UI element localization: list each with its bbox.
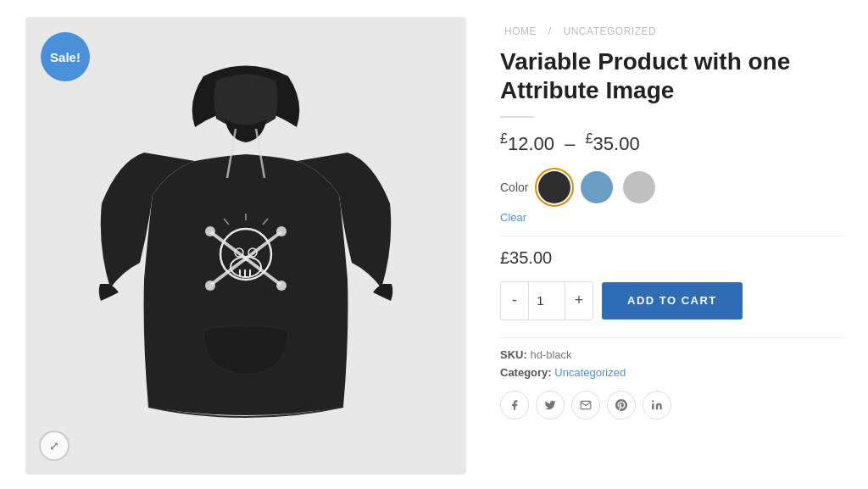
page-wrapper: Sale! bbox=[0, 0, 868, 489]
svg-point-14 bbox=[276, 281, 287, 291]
breadcrumb: HOME / UNCATEGORIZED bbox=[500, 25, 843, 37]
price-currency-min: £ bbox=[500, 131, 508, 146]
color-swatch-black[interactable] bbox=[538, 171, 570, 203]
selected-price-value: £35.00 bbox=[500, 248, 552, 267]
svg-point-13 bbox=[205, 281, 215, 291]
breadcrumb-home[interactable]: HOME bbox=[504, 25, 537, 37]
zoom-icon[interactable]: ⤢ bbox=[39, 431, 70, 461]
product-image-placeholder bbox=[68, 38, 424, 453]
cart-divider bbox=[500, 337, 843, 338]
price-dash: – bbox=[565, 134, 575, 155]
price-min: 12.00 bbox=[508, 134, 554, 155]
product-image-section: Sale! bbox=[25, 17, 466, 475]
quantity-input[interactable] bbox=[528, 282, 565, 320]
product-details: HOME / UNCATEGORIZED Variable Product wi… bbox=[500, 17, 843, 420]
twitter-icon[interactable] bbox=[536, 391, 565, 420]
add-to-cart-button[interactable]: ADD TO CART bbox=[602, 282, 743, 320]
selected-price: £35.00 bbox=[500, 248, 843, 268]
sku-value: hd-black bbox=[530, 348, 571, 361]
sale-badge: Sale! bbox=[41, 32, 90, 81]
price-range: £12.00 – £35.00 bbox=[500, 131, 843, 155]
quantity-plus-button[interactable]: + bbox=[565, 282, 593, 320]
linkedin-icon[interactable] bbox=[643, 391, 671, 420]
svg-point-11 bbox=[205, 226, 215, 236]
add-to-cart-row: - + ADD TO CART bbox=[500, 281, 843, 320]
sku-label: SKU: bbox=[500, 348, 527, 361]
meta-category: Category: Uncategorized bbox=[500, 366, 843, 379]
quantity-control: - + bbox=[500, 281, 593, 320]
meta-sku: SKU: hd-black bbox=[500, 348, 843, 361]
svg-point-12 bbox=[276, 226, 287, 236]
facebook-icon[interactable] bbox=[500, 391, 529, 420]
product-hoodie-svg bbox=[93, 51, 398, 441]
email-icon[interactable] bbox=[571, 391, 600, 420]
breadcrumb-separator: / bbox=[548, 25, 552, 37]
category-link[interactable]: Uncategorized bbox=[554, 366, 626, 379]
color-swatch-blue[interactable] bbox=[581, 171, 613, 203]
clear-link[interactable]: Clear bbox=[500, 211, 526, 224]
price-max: 35.00 bbox=[593, 134, 640, 155]
color-row: Color bbox=[500, 171, 843, 203]
price-currency-max: £ bbox=[586, 131, 593, 146]
product-title: Variable Product with one Attribute Imag… bbox=[500, 47, 843, 104]
color-divider bbox=[500, 236, 843, 236]
quantity-minus-button[interactable]: - bbox=[501, 282, 528, 320]
price-divider bbox=[500, 116, 534, 118]
breadcrumb-category[interactable]: UNCATEGORIZED bbox=[564, 25, 657, 37]
pinterest-icon[interactable] bbox=[607, 391, 636, 420]
color-label: Color bbox=[500, 181, 528, 194]
social-icons bbox=[500, 391, 843, 420]
color-swatch-grey[interactable] bbox=[623, 171, 655, 203]
svg-point-18 bbox=[652, 400, 654, 402]
category-label: Category: bbox=[500, 366, 552, 379]
